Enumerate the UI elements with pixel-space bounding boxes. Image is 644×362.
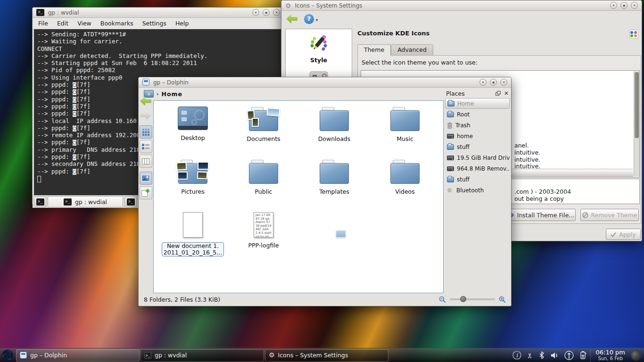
- folder-music[interactable]: Music: [370, 107, 440, 159]
- notifications-info-icon[interactable]: i: [512, 351, 521, 360]
- hard-drive-icon: [447, 155, 454, 161]
- theme-description-fragment: .com ) - 2003-2004: [514, 188, 571, 195]
- terminal-title: gp : wvdial: [48, 9, 79, 16]
- place-bluetooth[interactable]: ⚙Bluetooth: [445, 185, 510, 196]
- zoom-slider-handle[interactable]: [460, 296, 466, 302]
- menu-help[interactable]: Help: [175, 20, 189, 27]
- folder-icon: [447, 112, 454, 117]
- install-theme-button[interactable]: Install Theme File...: [507, 209, 576, 221]
- tab-advanced[interactable]: Advanced: [391, 44, 433, 56]
- place-stuff-1[interactable]: stuff: [445, 141, 510, 152]
- sidebar-item-style-label: Style: [286, 57, 352, 64]
- list-scrollbar[interactable]: [634, 71, 639, 177]
- dolphin-titlebar[interactable]: gp – Dolphin ▾ ▪ ✕: [139, 77, 511, 88]
- columns-view-button[interactable]: [140, 155, 152, 168]
- settings-titlebar[interactable]: ⚙ Icons – System Settings ▾ ▪ ✕: [281, 0, 642, 11]
- place-removable-media[interactable]: 964.8 MiB Remov...: [445, 163, 510, 174]
- terminal-tab[interactable]: >_ gp : wvdial: [48, 196, 123, 207]
- selected-file-label: New document 1. 2011_01_20_16_5...: [162, 242, 224, 256]
- folder-videos[interactable]: Videos: [370, 159, 440, 212]
- system-tray: i ✂: [509, 351, 591, 360]
- terminal-tab-label: gp : wvdial: [75, 198, 107, 206]
- terminal-titlebar[interactable]: >_ gp : wvdial ▾ ▪ ✕: [33, 8, 284, 18]
- icons-view-button[interactable]: [140, 125, 152, 139]
- terminal-icon: >_: [64, 198, 72, 206]
- remove-theme-button[interactable]: Remove Theme: [580, 209, 639, 221]
- status-text: 8 Folders, 2 Files (3.3 KiB): [144, 296, 220, 303]
- minimize-button[interactable]: ▾: [252, 9, 259, 16]
- file-new-document[interactable]: New document 1. 2011_01_20_16_5...: [157, 212, 228, 265]
- float-panel-icon[interactable]: [495, 91, 501, 96]
- file-ppp-logfile[interactable]: Jan 17 09:47:18 gp-Aspire-5738 ppd[1946]…: [228, 212, 299, 265]
- task-dolphin[interactable]: gp – Dolphin: [16, 349, 140, 362]
- folder-documents[interactable]: Documents: [228, 107, 299, 159]
- maximize-button[interactable]: ▪: [263, 9, 270, 16]
- zoom-in-icon[interactable]: [499, 296, 506, 303]
- folder-icon: [320, 159, 349, 184]
- usb-device-icon[interactable]: [564, 351, 574, 360]
- terminal-icon: >_: [144, 352, 151, 359]
- places-header: Places: [446, 90, 465, 97]
- minimize-button[interactable]: ▾: [479, 79, 487, 86]
- place-stuff-2[interactable]: stuff: [445, 174, 510, 185]
- folder-downloads[interactable]: Downloads: [299, 107, 370, 159]
- close-button[interactable]: ✕: [273, 9, 280, 16]
- back-arrow-icon[interactable]: [286, 14, 297, 24]
- place-home[interactable]: Home: [445, 98, 510, 109]
- battery-icon[interactable]: [579, 351, 586, 360]
- panel-cashew-icon[interactable]: [631, 350, 641, 361]
- back-button[interactable]: [139, 95, 152, 107]
- theme-description-fragment: out being a copy: [514, 195, 564, 202]
- close-button[interactable]: ✕: [631, 2, 638, 9]
- folder-desktop[interactable]: Desktop: [157, 107, 228, 159]
- close-panel-icon[interactable]: ✕: [504, 90, 509, 96]
- tab-list-button[interactable]: >_: [124, 197, 137, 207]
- preview-button[interactable]: [140, 172, 152, 185]
- place-home-partition[interactable]: home: [445, 131, 510, 141]
- forward-button[interactable]: [139, 109, 152, 122]
- new-tab-button[interactable]: >_: [34, 197, 46, 207]
- task-system-settings[interactable]: ⚙ Icons – System Settings: [265, 349, 388, 362]
- place-root[interactable]: Root: [445, 109, 510, 120]
- task-wvdial[interactable]: >_ gp : wvdial: [140, 349, 264, 362]
- chevron-icon: ›: [157, 91, 159, 97]
- klipper-scissors-icon[interactable]: ✂: [526, 352, 534, 358]
- maximize-button[interactable]: ▪: [490, 79, 497, 86]
- clock[interactable]: 06:10 pm Sun, 6 Feb: [590, 349, 630, 362]
- folder-pictures[interactable]: Pictures: [157, 159, 228, 212]
- menu-file[interactable]: File: [38, 20, 48, 27]
- menu-settings[interactable]: Settings: [142, 20, 166, 27]
- maximize-button[interactable]: ▪: [620, 2, 627, 9]
- sidebar-item-style[interactable]: Style: [286, 29, 352, 64]
- menu-edit[interactable]: Edit: [57, 20, 68, 27]
- help-icon[interactable]: ?▾: [304, 14, 314, 24]
- launcher-icon[interactable]: [0, 349, 15, 362]
- minimize-button[interactable]: ▾: [610, 2, 617, 9]
- zoom-out-icon[interactable]: [439, 296, 446, 303]
- details-view-icon: [142, 143, 149, 150]
- folder-icon: [390, 107, 420, 131]
- folder-public[interactable]: Public: [228, 159, 299, 212]
- folder-view: Desktop Documents Downloads Music: [153, 100, 444, 293]
- caret-down-icon: ▾: [316, 16, 318, 25]
- breadcrumb-home[interactable]: Home: [162, 90, 183, 98]
- konsole-icon: >_: [36, 9, 44, 16]
- folder-icon: [249, 159, 278, 184]
- folder-templates[interactable]: Templates: [299, 159, 370, 212]
- folder-icon: [447, 177, 454, 182]
- apply-button[interactable]: Apply: [606, 229, 641, 240]
- bluetooth-gear-icon: ⚙: [447, 187, 454, 194]
- bluetooth-icon[interactable]: [538, 351, 545, 359]
- zoom-slider[interactable]: [450, 298, 495, 300]
- pictures-folder-icon: [178, 159, 207, 184]
- menu-view[interactable]: View: [77, 20, 91, 27]
- place-hard-drive[interactable]: 19.5 GiB Hard Drive: [445, 152, 510, 163]
- volume-icon[interactable]: [551, 352, 559, 359]
- tab-theme[interactable]: Theme: [357, 44, 391, 56]
- split-view-button[interactable]: [140, 186, 152, 199]
- details-view-button[interactable]: [140, 140, 152, 153]
- clock-date: Sun, 6 Feb: [595, 355, 625, 362]
- place-trash[interactable]: Trash: [445, 120, 510, 131]
- close-button[interactable]: ✕: [500, 79, 507, 86]
- menu-bookmarks[interactable]: Bookmarks: [100, 20, 133, 27]
